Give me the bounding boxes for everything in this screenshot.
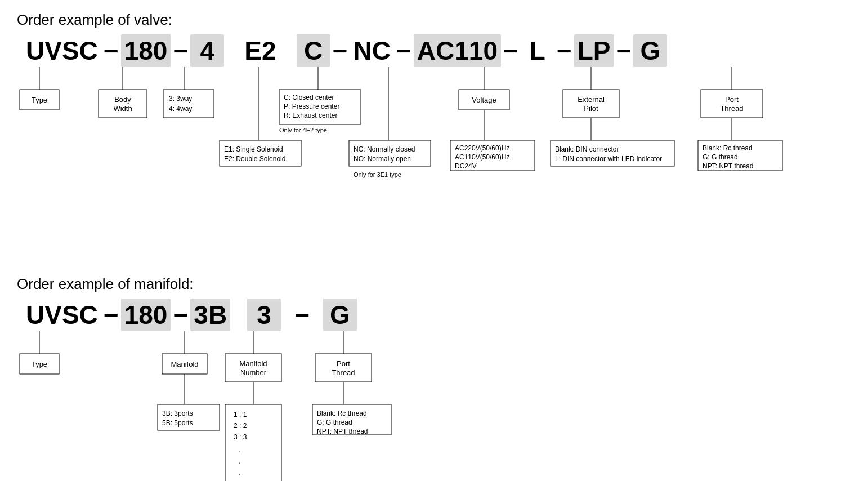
svg-text:NPT: NPT thread: NPT: NPT thread [317, 427, 368, 435]
svg-text:Thread: Thread [332, 368, 355, 377]
svg-text:5B: 5ports: 5B: 5ports [162, 419, 193, 427]
valve-code-l: L [521, 34, 554, 67]
manifold-code-row: UVSC − 180 − 3B 3 − G [17, 299, 851, 331]
valve-code-lp: LP [574, 34, 614, 67]
svg-text:1 : 1: 1 : 1 [234, 411, 247, 418]
svg-text:NPT: NPT thread: NPT: NPT thread [703, 162, 753, 170]
sep5: − [501, 35, 521, 66]
valve-code-4: 4 [190, 34, 224, 67]
svg-rect-74 [315, 354, 372, 382]
svg-text:Voltage: Voltage [472, 96, 496, 104]
svg-rect-43 [701, 90, 763, 118]
msep1: − [101, 300, 121, 330]
svg-text:G: G thread: G: G thread [317, 418, 352, 426]
svg-text:.: . [238, 456, 240, 465]
svg-text:Type: Type [32, 96, 47, 104]
svg-text:Manifold: Manifold [171, 360, 198, 368]
svg-text:Only for 4E2 type: Only for 4E2 type [279, 127, 327, 133]
manifold-diagram: Order example of manifold: UVSC − 180 − … [17, 275, 851, 481]
valve-code-e2: E2 [241, 34, 279, 67]
svg-text:2 : 2: 2 : 2 [234, 422, 247, 430]
svg-rect-35 [563, 90, 619, 118]
manifold-code-uvsc: UVSC [23, 299, 101, 331]
svg-text:Blank: Rc thread: Blank: Rc thread [317, 409, 367, 417]
sep1: − [101, 35, 121, 66]
svg-text:P: Pressure center: P: Pressure center [284, 103, 339, 110]
svg-text:Body: Body [114, 95, 131, 104]
svg-text:NC: Normally closed: NC: Normally closed [354, 145, 415, 153]
svg-text:Port: Port [337, 359, 350, 368]
valve-code-g: G [633, 34, 667, 67]
svg-text:Width: Width [113, 104, 132, 113]
svg-text:DC24V: DC24V [455, 162, 477, 170]
svg-text:.: . [238, 445, 240, 454]
svg-text:Blank: DIN connector: Blank: DIN connector [555, 145, 619, 153]
svg-text:Type: Type [32, 360, 47, 368]
msep3: − [292, 300, 312, 330]
svg-text:Manifold: Manifold [239, 359, 267, 368]
valve-section-title: Order example of valve: [17, 11, 851, 29]
valve-code-c: C [297, 34, 330, 67]
svg-rect-62 [225, 354, 281, 382]
valve-code-ac110: AC110 [414, 34, 501, 67]
svg-text:Only for 3E1 type: Only for 3E1 type [354, 171, 401, 178]
svg-text:Blank: Rc thread: Blank: Rc thread [703, 144, 753, 152]
svg-rect-8 [163, 90, 214, 118]
svg-text:C: Closed center: C: Closed center [284, 93, 334, 101]
sep7: − [614, 35, 634, 66]
svg-rect-4 [99, 90, 147, 118]
manifold-code-g: G [323, 299, 357, 331]
svg-text:Pilot: Pilot [584, 104, 598, 113]
svg-text:AC110V(50/60)Hz: AC110V(50/60)Hz [455, 153, 509, 161]
svg-text:External: External [578, 95, 605, 104]
msep2: − [171, 300, 190, 330]
svg-text:AC220V(50/60)Hz: AC220V(50/60)Hz [455, 144, 509, 152]
svg-text:G: G thread: G: G thread [703, 153, 738, 161]
svg-text:.: . [238, 467, 240, 476]
valve-code-row: UVSC − 180 − 4 E2 C − NC − AC110 − L − L… [17, 34, 851, 67]
valve-connectors-svg: Type Body Width 3: 3way 4: 4way E1: Sing… [17, 67, 861, 253]
svg-text:L: DIN connector with LED indi: L: DIN connector with LED indicator [555, 155, 662, 163]
svg-text:E2: Double Solenoid: E2: Double Solenoid [224, 155, 285, 163]
svg-text:4: 4way: 4: 4way [169, 105, 192, 113]
sep3: − [330, 35, 350, 66]
sep6: − [554, 35, 574, 66]
sep2: − [171, 35, 190, 66]
svg-text:R: Exhaust center: R: Exhaust center [284, 112, 337, 119]
svg-text:E1: Single Solenoid: E1: Single Solenoid [224, 145, 283, 153]
valve-code-uvsc: UVSC [23, 34, 101, 67]
valve-diagram: Order example of valve: UVSC − 180 − 4 E… [17, 11, 851, 253]
svg-text:NO: Normally open: NO: Normally open [354, 155, 411, 163]
manifold-connectors-svg: Type Manifold 3B: 3ports 5B: 5ports Mani… [17, 331, 524, 481]
svg-text:3: 3way: 3: 3way [169, 95, 192, 103]
valve-code-180: 180 [121, 34, 171, 67]
manifold-code-3b: 3B [190, 299, 230, 331]
sep4: − [394, 35, 414, 66]
svg-text:Port: Port [725, 95, 739, 104]
manifold-code-180: 180 [121, 299, 171, 331]
manifold-section-title: Order example of manifold: [17, 275, 851, 293]
svg-text:Number: Number [240, 368, 267, 377]
valve-code-nc: NC [350, 34, 393, 67]
svg-text:3B: 3ports: 3B: 3ports [162, 409, 193, 417]
manifold-code-3: 3 [247, 299, 281, 331]
svg-text:3 : 3: 3 : 3 [234, 433, 247, 441]
svg-text:Thread: Thread [720, 104, 743, 113]
